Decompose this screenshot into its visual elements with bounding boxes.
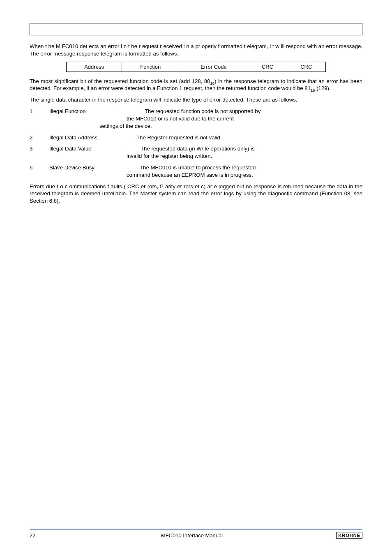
telegram-table: Address Function Error Code CRC CRC bbox=[66, 62, 326, 72]
error-code: 1 bbox=[30, 108, 49, 130]
error-name: Illegal Data Address bbox=[49, 134, 119, 141]
brand-logo: KROHNE bbox=[336, 532, 362, 539]
page-number: 22 bbox=[30, 532, 54, 539]
error-description: The requested data (in Write operations … bbox=[119, 145, 362, 160]
footer-rule bbox=[30, 529, 362, 530]
page-footer: 22 MFC010 Interface Manual KROHNE bbox=[30, 529, 362, 539]
cell-address: Address bbox=[67, 62, 122, 72]
text-line: the MFC010 or is not valid due to the cu… bbox=[119, 115, 362, 123]
cell-crc-2: CRC bbox=[287, 62, 325, 72]
error-code: 3 bbox=[30, 145, 49, 160]
error-list: 1 Illegal Function The requested functio… bbox=[30, 108, 362, 179]
closing-paragraph: Errors due t o c ommunications f aults (… bbox=[30, 183, 362, 205]
cell-error-code: Error Code bbox=[179, 62, 248, 72]
error-description: The MFC010 is unable to process the requ… bbox=[119, 164, 362, 179]
error-description: The Register requested is not valid. bbox=[119, 134, 362, 141]
text-line: command because an EEPROM save is in pro… bbox=[119, 171, 362, 179]
text-line: invalid for the register being written. bbox=[119, 153, 362, 160]
table-row: Address Function Error Code CRC CRC bbox=[67, 62, 326, 72]
text-fragment: (129). bbox=[315, 85, 331, 91]
error-description: The requested function code is not suppo… bbox=[119, 108, 362, 130]
footer-title: MFC010 Interface Manual bbox=[54, 532, 330, 539]
error-name: Illegal Data Value bbox=[49, 145, 119, 160]
error-name: Slave Device Busy bbox=[49, 164, 119, 179]
subscript-16: 16 bbox=[311, 88, 315, 92]
cell-function: Function bbox=[122, 62, 179, 72]
error-row-6: 6 Slave Device Busy The MFC010 is unable… bbox=[30, 164, 362, 179]
text-line: The requested data (in Write operations … bbox=[119, 145, 362, 153]
text-fragment: The most significant bit of the requeste… bbox=[30, 78, 210, 84]
footer-brand: KROHNE bbox=[330, 532, 362, 539]
significant-bit-paragraph: The most significant bit of the requeste… bbox=[30, 78, 362, 92]
error-row-3: 3 Illegal Data Value The requested data … bbox=[30, 145, 362, 160]
text-line: The MFC010 is unable to process the requ… bbox=[119, 164, 362, 171]
text-line: The requested function code is not suppo… bbox=[119, 108, 362, 115]
single-data-char-paragraph: The single data character in the respons… bbox=[30, 96, 362, 104]
error-row-1: 1 Illegal Function The requested functio… bbox=[30, 108, 362, 130]
cell-crc-1: CRC bbox=[248, 62, 287, 72]
error-code: 2 bbox=[30, 134, 49, 141]
error-code: 6 bbox=[30, 164, 49, 179]
intro-paragraph: When t he M FC010 det ects an error i n … bbox=[30, 43, 362, 58]
text-line: The Register requested is not valid. bbox=[119, 134, 362, 141]
header-rule-box bbox=[30, 23, 362, 35]
text-line: settings of the device. bbox=[99, 123, 362, 130]
subscript-16: 16 bbox=[210, 81, 214, 85]
error-row-2: 2 Illegal Data Address The Register requ… bbox=[30, 134, 362, 141]
